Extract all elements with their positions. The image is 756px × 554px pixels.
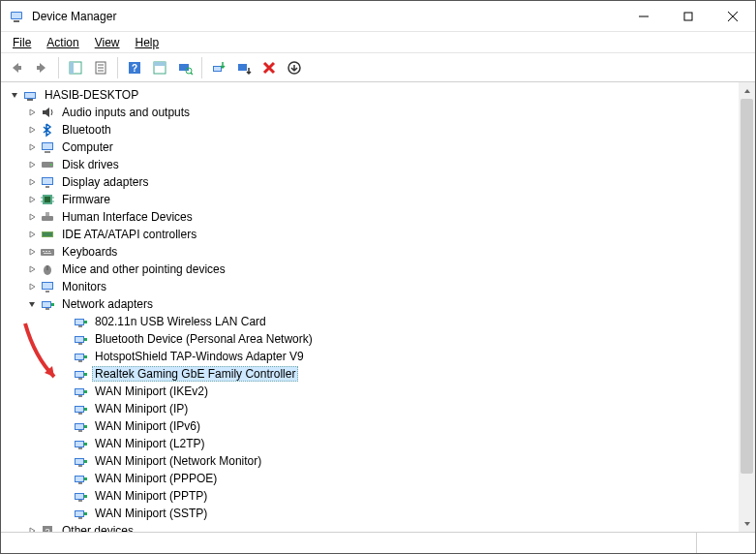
svg-rect-92 [84, 443, 87, 446]
svg-rect-51 [44, 253, 51, 254]
tree-node-dev-11-3[interactable]: Realtek Gaming GbE Family Controller [1, 365, 755, 383]
tree-label[interactable]: WAN Miniport (SSTP) [92, 506, 210, 521]
disable-device-button[interactable] [232, 56, 256, 79]
tree-label[interactable]: Monitors [59, 279, 109, 294]
tree-node-cat-7[interactable]: IDE ATA/ATAPI controllers [1, 226, 755, 243]
back-button[interactable] [5, 56, 28, 79]
tree-node-cat-2[interactable]: Computer [1, 138, 755, 156]
tree-label[interactable]: Mice and other pointing devices [59, 262, 228, 277]
chevron-right-icon[interactable] [24, 209, 40, 225]
tree-label[interactable]: Bluetooth [59, 122, 114, 138]
chevron-right-icon[interactable] [24, 262, 40, 277]
chevron-right-icon[interactable] [24, 227, 40, 242]
tree-node-dev-11-5[interactable]: WAN Miniport (IP) [1, 400, 755, 417]
show-hide-tree-button[interactable] [64, 56, 87, 79]
tree-node-dev-11-11[interactable]: WAN Miniport (SSTP) [1, 505, 755, 522]
action-icon-button[interactable] [148, 56, 171, 79]
tree-node-dev-11-7[interactable]: WAN Miniport (L2TP) [1, 435, 755, 452]
tree-label[interactable]: HotspotShield TAP-Windows Adapter V9 [92, 349, 307, 364]
tree-node-cat-5[interactable]: Firmware [1, 191, 755, 208]
chevron-right-icon[interactable] [24, 244, 40, 260]
chevron-down-icon[interactable] [7, 87, 22, 103]
tree-label[interactable]: Realtek Gaming GbE Family Controller [92, 366, 298, 382]
svg-rect-19 [179, 64, 189, 71]
tree-label[interactable]: Network adapters [59, 296, 156, 312]
uninstall-device-button[interactable] [257, 56, 281, 79]
scroll-thumb[interactable] [741, 99, 753, 474]
tree-label[interactable]: WAN Miniport (PPPOE) [92, 471, 220, 486]
scroll-down-button[interactable] [739, 515, 755, 532]
chevron-spacer [57, 453, 73, 469]
scan-hardware-button[interactable] [173, 56, 197, 79]
chevron-right-icon[interactable] [24, 192, 40, 207]
tree-label[interactable]: Computer [59, 139, 116, 155]
tree-node-cat-8[interactable]: Keyboards [1, 243, 755, 261]
close-button[interactable] [711, 1, 755, 31]
tree-node-root[interactable]: HASIB-DESKTOP [1, 86, 755, 104]
chevron-right-icon[interactable] [24, 139, 40, 155]
device-icon [40, 192, 55, 207]
svg-rect-59 [45, 308, 49, 310]
tree-node-dev-11-9[interactable]: WAN Miniport (PPPOE) [1, 470, 755, 487]
maximize-button[interactable] [666, 1, 711, 31]
tree-label[interactable]: WAN Miniport (IP) [92, 401, 191, 416]
tree-label[interactable]: Human Interface Devices [59, 209, 196, 225]
tree-label[interactable]: Display adapters [59, 174, 151, 190]
update-driver-button[interactable] [207, 56, 230, 79]
tree-node-cat-12[interactable]: ?Other devices [1, 522, 755, 532]
help-button[interactable]: ? [123, 56, 146, 79]
svg-rect-27 [25, 93, 35, 98]
vertical-scrollbar[interactable] [739, 82, 755, 532]
menu-file[interactable]: File [7, 34, 37, 51]
tree-label[interactable]: Firmware [59, 192, 113, 207]
tree-label[interactable]: Audio inputs and outputs [59, 105, 193, 120]
tree-label[interactable]: IDE ATA/ATAPI controllers [59, 227, 199, 242]
forward-button[interactable] [30, 56, 53, 79]
chevron-right-icon[interactable] [24, 174, 40, 190]
tree-node-cat-0[interactable]: Audio inputs and outputs [1, 104, 755, 121]
device-tree[interactable]: HASIB-DESKTOPAudio inputs and outputsBlu… [1, 82, 755, 532]
tree-label[interactable]: HASIB-DESKTOP [42, 87, 141, 103]
minimize-button[interactable] [621, 1, 666, 31]
tree-node-dev-11-6[interactable]: WAN Miniport (IPv6) [1, 417, 755, 435]
tree-node-dev-11-0[interactable]: 802.11n USB Wireless LAN Card [1, 313, 755, 330]
tree-node-dev-11-1[interactable]: Bluetooth Device (Personal Area Network) [1, 330, 755, 348]
chevron-right-icon[interactable] [24, 279, 40, 294]
tree-label[interactable]: Keyboards [59, 244, 120, 260]
menu-view[interactable]: View [89, 34, 126, 51]
tree-node-dev-11-8[interactable]: WAN Miniport (Network Monitor) [1, 452, 755, 470]
tree-node-cat-10[interactable]: Monitors [1, 278, 755, 295]
tree-label[interactable]: WAN Miniport (IKEv2) [92, 384, 211, 399]
tree-node-cat-3[interactable]: Disk drives [1, 156, 755, 173]
chevron-right-icon[interactable] [24, 523, 40, 532]
tree-label[interactable]: WAN Miniport (PPTP) [92, 488, 210, 504]
tree-node-cat-4[interactable]: Display adapters [1, 173, 755, 191]
tree-node-dev-11-10[interactable]: WAN Miniport (PPTP) [1, 487, 755, 505]
tree-label[interactable]: Disk drives [59, 157, 122, 172]
tree-label[interactable]: Bluetooth Device (Personal Area Network) [92, 331, 316, 347]
device-icon [73, 366, 88, 382]
menu-action[interactable]: Action [41, 34, 84, 51]
tree-node-cat-1[interactable]: Bluetooth [1, 121, 755, 138]
tree-node-cat-9[interactable]: Mice and other pointing devices [1, 261, 755, 278]
tree-label[interactable]: WAN Miniport (Network Monitor) [92, 453, 264, 469]
tree-label[interactable]: Other devices [59, 523, 136, 532]
chevron-right-icon[interactable] [24, 157, 40, 172]
chevron-spacer [57, 471, 73, 486]
chevron-right-icon[interactable] [24, 122, 40, 138]
chevron-down-icon[interactable] [24, 296, 40, 312]
menu-help[interactable]: Help [130, 34, 166, 51]
properties-button[interactable] [89, 56, 112, 79]
tree-node-dev-11-2[interactable]: HotspotShield TAP-Windows Adapter V9 [1, 348, 755, 365]
add-legacy-button[interactable] [283, 56, 306, 79]
scroll-up-button[interactable] [739, 82, 755, 99]
tree-node-dev-11-4[interactable]: WAN Miniport (IKEv2) [1, 383, 755, 400]
tree-label[interactable]: 802.11n USB Wireless LAN Card [92, 314, 269, 329]
scroll-track[interactable] [739, 99, 755, 515]
tree-node-cat-11[interactable]: Network adapters [1, 295, 755, 313]
tree-label[interactable]: WAN Miniport (IPv6) [92, 418, 203, 434]
chevron-right-icon[interactable] [24, 105, 40, 120]
chevron-spacer [57, 418, 73, 434]
tree-node-cat-6[interactable]: Human Interface Devices [1, 208, 755, 226]
tree-label[interactable]: WAN Miniport (L2TP) [92, 436, 208, 451]
